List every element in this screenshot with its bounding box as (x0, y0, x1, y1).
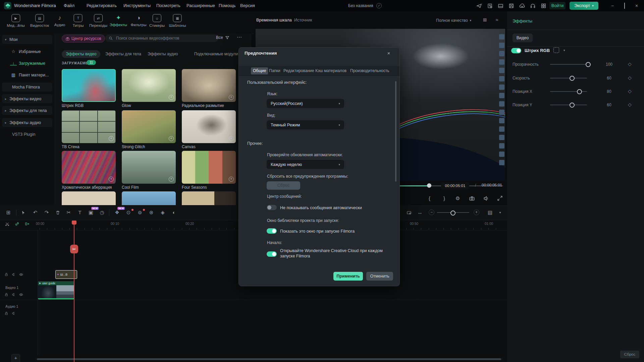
keyframe-diamond-icon[interactable]: ◇ (628, 88, 632, 94)
snapshot-camera-icon[interactable] (469, 195, 475, 201)
preview-render-box-icon[interactable] (406, 209, 412, 216)
effect-enable-toggle[interactable] (511, 48, 521, 53)
sidebar-item-material-pack[interactable]: ▥Пакет матери... (2, 70, 52, 79)
sidebar-item-mocha[interactable]: Mocha Filmora (2, 82, 52, 92)
effect-thumb-radial-blur[interactable]: + (182, 69, 236, 102)
tab-stickers[interactable]: ☺Стикеры (149, 14, 165, 27)
cloud-upload-icon[interactable] (519, 3, 525, 9)
dialog-tab-editing[interactable]: Редактирование (281, 67, 316, 74)
undo-icon[interactable]: ↶ (32, 209, 38, 216)
preview-tab-timeline[interactable]: Временная шкала (256, 18, 292, 22)
sidebar-item-video-effects[interactable]: ▸Эффекты видео (2, 94, 52, 103)
text-to-speech-icon[interactable]: ⊛ (148, 209, 154, 216)
minimize-button[interactable]: − (609, 2, 616, 9)
track-lock-icon[interactable] (4, 292, 9, 297)
updates-select[interactable]: Каждую неделю ▾ (267, 160, 344, 169)
menu-advanced[interactable]: Расширенные (186, 3, 215, 8)
cancel-button[interactable]: Отменить (366, 272, 393, 281)
tab-transitions[interactable]: ⇄Переходы (89, 14, 107, 27)
ai-palette-icon[interactable]: ◐ (171, 209, 177, 216)
menu-file[interactable]: Файл (64, 3, 74, 8)
playhead-line[interactable] (74, 221, 74, 362)
download-plus-icon[interactable]: + (229, 95, 234, 100)
download-plus-icon[interactable]: + (169, 177, 174, 182)
close-button[interactable]: × (633, 2, 640, 9)
effect-thumb-cool-film[interactable]: + (122, 151, 176, 184)
ai-audio-icon[interactable]: ⊙ (125, 209, 131, 216)
dialog-close-icon[interactable]: × (385, 50, 392, 57)
view-mode-select[interactable]: Темный Режим ▾ (267, 120, 344, 129)
speed-clock-icon[interactable]: ◷ (99, 209, 105, 216)
delete-trash-icon[interactable] (55, 209, 61, 216)
fit-timeline-icon[interactable]: ↔ (417, 209, 423, 216)
playhead-handle[interactable] (72, 221, 76, 225)
quick-split-scissors[interactable]: ✂ (70, 245, 78, 253)
track-mute-icon[interactable] (11, 272, 16, 277)
redo-icon[interactable]: ↷ (44, 209, 50, 216)
tasklist-icon[interactable] (487, 3, 493, 9)
sidebar-item-favorites[interactable]: ☆Избранные (2, 47, 52, 56)
keyframe-diamond-icon[interactable]: ◇ (628, 102, 632, 107)
menu-view[interactable]: Посмотреть (156, 3, 180, 8)
dialog-tab-cache[interactable]: Кэш материалов (313, 67, 348, 74)
download-plus-icon[interactable]: + (229, 136, 234, 141)
effect-thumb-partial[interactable] (182, 191, 236, 205)
track-lock-icon[interactable] (4, 311, 9, 316)
volume-speaker-icon[interactable] (483, 195, 489, 201)
keyframe-tool-icon[interactable]: ❖ (114, 209, 120, 216)
dialog-tab-general[interactable]: Общие (251, 67, 268, 74)
tab-titles[interactable]: TТитры (73, 14, 84, 27)
effect-thumb-tv-wall[interactable]: + (62, 110, 116, 143)
restore-button[interactable] (621, 2, 628, 9)
auto-ripple-icon[interactable] (25, 222, 30, 226)
effect-thumb-four-seasons[interactable]: + (182, 151, 236, 184)
browser-tab-plugins[interactable]: Подключаемые модули (190, 50, 242, 58)
effect-thumb-strong-glitch[interactable]: + (122, 110, 176, 143)
quality-dropdown[interactable]: Полное качество ▾ (436, 18, 471, 23)
video-clip-user-guide[interactable]: ▶user guide (38, 281, 74, 299)
track-mute-icon[interactable] (11, 292, 16, 297)
layout-grid-icon[interactable]: ⊞ (5, 209, 11, 216)
save-icon[interactable] (508, 3, 514, 9)
zoom-out-icon[interactable]: − (429, 209, 434, 215)
messages-toggle[interactable] (267, 205, 277, 210)
caret-down-icon[interactable]: ▾ (497, 209, 503, 216)
tab-stock[interactable]: ▤Видеосток (30, 14, 49, 27)
position-x-slider[interactable] (550, 91, 587, 92)
tab-templates[interactable]: ▦Шаблоны (169, 14, 186, 27)
dialog-tab-performance[interactable]: Производительность (348, 67, 391, 74)
fullscreen-expand-icon[interactable] (497, 195, 503, 201)
sidebar-item-downloaded[interactable]: ↓Загружаемые (2, 59, 52, 68)
menu-help[interactable]: Помощь (219, 3, 235, 8)
tab-effects[interactable]: ✦Эффекты (110, 14, 127, 27)
dialog-scrollbar[interactable] (395, 81, 396, 182)
resource-center-button[interactable]: Центр ресурсов (62, 35, 105, 43)
more-options-button[interactable]: ⋯ (237, 34, 242, 40)
sidebar-item-body-effects[interactable]: ▸Эффекты для тела (2, 106, 52, 115)
export-button[interactable]: Экспорт ▾ (570, 2, 598, 10)
download-plus-icon[interactable]: + (109, 136, 114, 141)
zoom-in-icon[interactable]: + (474, 209, 479, 215)
text-tool-icon[interactable]: T (77, 209, 83, 216)
reset-warnings-button[interactable]: Сброс (267, 181, 300, 190)
playback-settings-icon[interactable]: ⚙ (455, 195, 460, 201)
video-tab[interactable]: Видео (513, 34, 533, 42)
track-lock-icon[interactable] (4, 272, 9, 277)
effect-thumb-chromatic-aberration[interactable]: + (62, 151, 116, 184)
download-plus-icon[interactable]: + (169, 95, 174, 100)
compare-view-icon[interactable]: ⊞ (483, 17, 487, 22)
panel-reset-button[interactable]: Сброс (620, 351, 639, 358)
scopes-icon[interactable]: ≈ (496, 17, 498, 22)
crop-icon[interactable]: ▣ (88, 209, 94, 216)
creative-cloud-toggle[interactable] (267, 251, 277, 257)
mark-out-button[interactable]: } (443, 195, 445, 201)
menu-tools[interactable]: Инструменты (123, 3, 151, 8)
selection-region-icon[interactable] (553, 47, 559, 53)
language-select[interactable]: Русский(Россия) ▾ (267, 99, 344, 108)
download-plus-icon[interactable]: + (229, 177, 234, 182)
filter-all-button[interactable]: Все (216, 35, 229, 40)
download-plus-icon[interactable]: + (169, 136, 174, 141)
apps-grid-icon[interactable] (540, 3, 546, 9)
add-track-button[interactable]: + (11, 354, 20, 362)
mark-in-button[interactable]: { (429, 195, 430, 201)
